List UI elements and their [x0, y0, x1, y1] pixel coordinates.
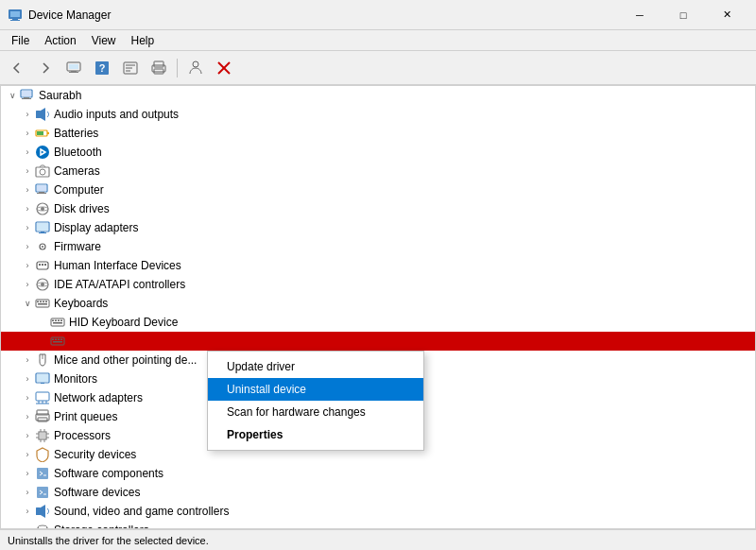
tree-item-label: Processors [54, 429, 111, 442]
tree-item-hid[interactable]: ›Human Interface Devices [1, 256, 755, 275]
main-content: ∨Saurabh›Audio inputs and outputs›Batter… [0, 85, 756, 529]
expand-icon[interactable] [35, 334, 50, 349]
tree-item-label: Disk drives [54, 202, 110, 215]
tree-item-keyboards[interactable]: ∨Keyboards [1, 294, 755, 313]
expand-icon[interactable]: › [20, 371, 35, 387]
camera-icon [35, 163, 50, 179]
tree-item-display[interactable]: ›Display adapters [1, 218, 755, 237]
expand-icon[interactable]: › [20, 182, 35, 198]
expand-icon[interactable]: › [20, 145, 35, 160]
context-menu-item-0[interactable]: Update driver [208, 355, 423, 378]
help-button[interactable]: ? [89, 55, 115, 81]
expand-icon[interactable]: › [20, 485, 35, 500]
expand-icon[interactable]: › [20, 258, 35, 273]
tree-item-label: Human Interface Devices [54, 259, 181, 272]
tree-item-label: Computer [54, 183, 104, 197]
expand-icon[interactable] [35, 315, 50, 330]
expand-icon[interactable]: › [20, 466, 35, 481]
minimize-button[interactable]: ─ [618, 0, 662, 30]
svg-point-36 [41, 207, 44, 211]
menu-file[interactable]: File [4, 32, 37, 49]
expand-icon[interactable]: › [20, 352, 35, 368]
expand-icon[interactable]: › [20, 107, 35, 122]
window-title: Device Manager [28, 9, 618, 22]
menu-help[interactable]: Help [124, 32, 163, 49]
tree-item-computer[interactable]: ›Computer [1, 180, 755, 199]
tree-item-ide[interactable]: ›IDE ATA/ATAPI controllers [1, 275, 755, 294]
expand-icon[interactable]: › [20, 504, 35, 519]
expand-icon[interactable]: › [20, 220, 35, 235]
svg-rect-41 [39, 232, 46, 233]
print-button[interactable] [146, 55, 172, 81]
svg-rect-58 [52, 320, 54, 322]
sound-icon [35, 107, 50, 122]
expand-icon[interactable]: › [20, 201, 35, 216]
tree-item-batteries[interactable]: ›Batteries [1, 124, 755, 143]
svg-point-49 [41, 283, 44, 286]
expand-icon[interactable]: › [20, 523, 35, 529]
expand-icon[interactable]: › [20, 447, 35, 462]
svg-rect-67 [60, 339, 62, 341]
svg-rect-64 [52, 339, 54, 341]
tree-item-software-comp[interactable]: ›Software components [1, 464, 755, 483]
tree-item-root[interactable]: ∨Saurabh [1, 86, 755, 105]
tree-item-hid-keyboard[interactable]: HID Keyboard Device [1, 313, 755, 332]
tree-item-label: Print queues [54, 410, 117, 423]
menu-view[interactable]: View [84, 32, 124, 49]
svg-point-43 [42, 246, 43, 248]
close-button[interactable]: ✕ [705, 0, 748, 30]
bluetooth-icon [35, 145, 50, 160]
expand-icon[interactable]: ∨ [20, 296, 35, 311]
tree-item-storage[interactable]: ›Storage controllers [1, 521, 755, 529]
forward-button[interactable] [32, 55, 59, 81]
storage-icon [35, 523, 50, 529]
computer-button[interactable] [60, 55, 87, 81]
context-menu-item-1[interactable]: Uninstall device [208, 378, 423, 401]
tree-item-label: Keyboards [54, 297, 108, 310]
properties-button[interactable] [117, 55, 144, 81]
svg-rect-82 [40, 433, 45, 438]
expand-icon[interactable]: › [20, 409, 35, 424]
svg-rect-72 [41, 383, 44, 384]
expand-icon[interactable]: › [20, 239, 35, 254]
tree-item-bluetooth[interactable]: ›Bluetooth [1, 143, 755, 162]
svg-rect-65 [55, 339, 57, 341]
expand-icon[interactable]: › [20, 390, 35, 405]
menu-action[interactable]: Action [37, 32, 83, 49]
expand-icon[interactable]: › [20, 428, 35, 443]
update-driver-button[interactable] [182, 55, 209, 81]
tree-item-firmware[interactable]: ›Firmware [1, 237, 755, 256]
tree-item-label: Network adapters [54, 391, 143, 404]
expand-icon[interactable]: › [20, 277, 35, 292]
expand-icon[interactable]: ∨ [5, 88, 20, 103]
svg-rect-7 [69, 72, 78, 73]
hid-icon [35, 258, 50, 273]
expand-icon[interactable]: › [20, 163, 35, 179]
svg-point-96 [38, 525, 47, 529]
delete-button[interactable] [211, 55, 237, 81]
context-menu-item-2[interactable]: Scan for hardware changes [208, 401, 423, 423]
svg-rect-23 [22, 98, 31, 99]
tree-item-disk[interactable]: ›Disk drives [1, 199, 755, 218]
tree-item-label: Mice and other pointing de... [54, 353, 197, 367]
tree-item-cameras[interactable]: ›Cameras [1, 162, 755, 180]
tree-item-software-dev[interactable]: ›Software devices [1, 483, 755, 502]
window-controls: ─ □ ✕ [618, 0, 748, 30]
status-bar: Uninstalls the driver for the selected d… [0, 529, 756, 550]
tree-item-sound[interactable]: ›Sound, video and game controllers [1, 502, 755, 521]
tree-item-audio[interactable]: ›Audio inputs and outputs [1, 105, 755, 124]
svg-rect-61 [60, 320, 62, 322]
tree-item-label: Sound, video and game controllers [54, 505, 229, 518]
context-menu: Update driverUninstall deviceScan for ha… [207, 351, 424, 451]
expand-icon[interactable]: › [20, 126, 35, 141]
tree-item-label: Software devices [54, 486, 140, 499]
maximize-button[interactable]: □ [662, 0, 705, 30]
tree-item-keyboard-2[interactable] [1, 332, 755, 351]
context-menu-item-3[interactable]: Properties [208, 423, 423, 446]
tree-item-label: Display adapters [54, 221, 138, 234]
device-tree[interactable]: ∨Saurabh›Audio inputs and outputs›Batter… [0, 85, 756, 529]
svg-rect-27 [37, 131, 43, 135]
disk-icon [35, 201, 50, 216]
back-button[interactable] [4, 55, 30, 81]
status-text: Uninstalls the driver for the selected d… [8, 535, 209, 546]
